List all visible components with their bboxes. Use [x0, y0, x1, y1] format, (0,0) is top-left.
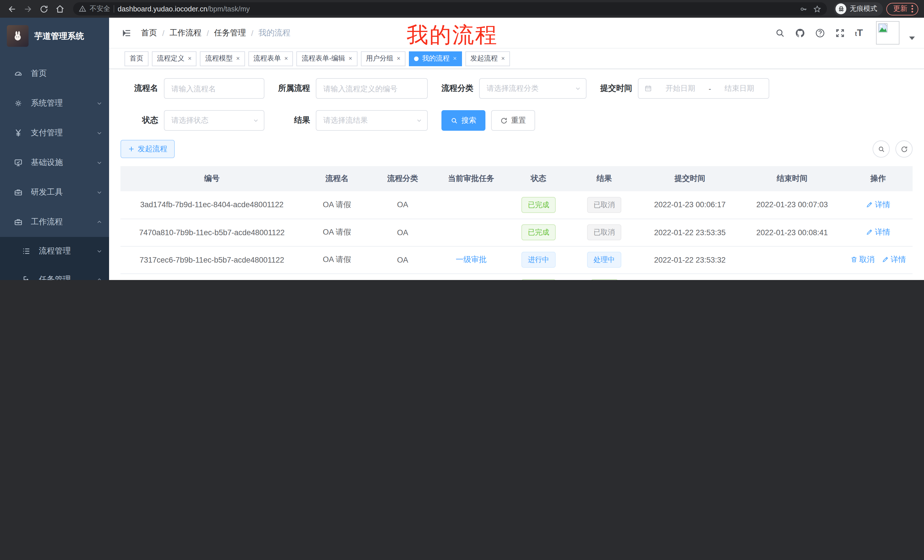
sidebar-item-payment[interactable]: 支付管理	[0, 118, 109, 148]
address-bar[interactable]: 不安全 dashboard.yudao.iocoder.cn /bpm/task…	[73, 2, 827, 15]
url-host: dashboard.yudao.iocoder.cn	[118, 5, 207, 13]
result-badge: 通过	[591, 279, 618, 280]
collapse-sidebar-icon[interactable]	[122, 28, 132, 38]
tab-close-icon[interactable]: ×	[284, 55, 288, 61]
breadcrumb-separator: /	[251, 28, 254, 37]
tab-close-icon[interactable]: ×	[236, 55, 240, 61]
category-select[interactable]: 请选择流程分类	[479, 78, 586, 99]
avatar-caret-icon[interactable]	[909, 36, 915, 40]
process-definition-input[interactable]	[316, 78, 428, 99]
tab-process-definition[interactable]: 流程定义×	[152, 51, 197, 66]
bookmark-star-icon[interactable]	[813, 5, 821, 13]
browser-menu-icon[interactable]	[911, 5, 913, 13]
help-icon[interactable]	[815, 28, 825, 38]
breadcrumb-separator: /	[162, 28, 165, 37]
show-search-button[interactable]	[873, 141, 890, 157]
tab-label: 我的流程	[422, 54, 449, 63]
status-badge: 已完成	[522, 197, 556, 213]
cancel-link[interactable]: 取消	[850, 255, 874, 265]
refresh-table-button[interactable]	[896, 141, 913, 157]
home-icon[interactable]	[54, 3, 66, 15]
tab-close-icon[interactable]: ×	[188, 55, 192, 61]
sidebar-item-system[interactable]: 系统管理	[0, 88, 109, 118]
detail-link[interactable]: 详情	[866, 227, 890, 238]
detail-link[interactable]: 详情	[882, 255, 906, 265]
back-icon[interactable]	[6, 3, 18, 15]
avatar[interactable]	[876, 21, 900, 45]
sidebar-item-workflow[interactable]: 工作流程	[0, 207, 109, 237]
fullscreen-icon[interactable]	[835, 28, 845, 38]
tab-home[interactable]: 首页	[124, 51, 148, 66]
sidebar-item-label: 支付管理	[31, 128, 88, 138]
search-button[interactable]: 搜索	[441, 110, 485, 131]
cell-submit-time: 2022-01-22 23:51:15	[639, 273, 741, 280]
cell-submit-time: 2022-01-23 00:06:17	[639, 191, 741, 219]
cell-category: OA	[370, 273, 435, 280]
end-date-placeholder: 结束日期	[716, 83, 763, 94]
forward-icon[interactable]	[22, 3, 34, 15]
sidebar-item-task-management[interactable]: 任务管理	[0, 265, 109, 280]
status-badge: 已完成	[522, 279, 556, 280]
current-task-link[interactable]: 一级审批	[456, 255, 486, 264]
search-icon[interactable]	[775, 28, 785, 38]
app-title: 芋道管理系统	[34, 30, 84, 41]
calendar-icon	[644, 84, 652, 93]
top-navbar: 首页 / 工作流程 / 任务管理 / 我的流程	[109, 18, 924, 48]
tab-process-form-edit[interactable]: 流程表单-编辑×	[297, 51, 357, 66]
tab-label: 发起流程	[470, 54, 498, 63]
process-name-label: 流程名	[120, 83, 158, 94]
table-toolbar: 发起流程	[120, 140, 913, 158]
tab-close-icon[interactable]: ×	[501, 55, 505, 61]
sidebar-item-infrastructure[interactable]: 基础设施	[0, 148, 109, 178]
detail-link[interactable]: 详情	[866, 199, 890, 210]
cell-process-name: OA 请假	[303, 273, 370, 280]
status-select[interactable]: 请选择状态	[164, 110, 264, 131]
active-tab-dot-icon	[414, 56, 418, 61]
reload-icon[interactable]	[38, 3, 50, 15]
omnibox-divider	[114, 5, 114, 13]
cell-submit-time: 2022-01-22 23:53:32	[639, 246, 741, 273]
github-icon[interactable]	[795, 28, 805, 38]
reset-button[interactable]: 重置	[491, 110, 535, 131]
tab-close-icon[interactable]: ×	[397, 55, 400, 61]
sidebar-item-home[interactable]: 首页	[0, 59, 109, 88]
tab-close-icon[interactable]: ×	[453, 55, 457, 61]
breadcrumb-task-management[interactable]: 任务管理	[214, 28, 246, 38]
toolbox-icon	[14, 188, 23, 197]
sidebar-item-process-management[interactable]: 流程管理	[0, 237, 109, 265]
app-logo[interactable]: 芋道管理系统	[0, 18, 109, 54]
result-select[interactable]: 请选择流结果	[316, 110, 428, 131]
sidebar-item-devtools[interactable]: 研发工具	[0, 178, 109, 207]
url-path: /bpm/task/my	[207, 5, 250, 13]
tab-start-process[interactable]: 发起流程×	[465, 51, 510, 66]
range-separator: -	[709, 84, 711, 93]
start-process-label: 发起流程	[138, 144, 167, 154]
breadcrumb-home[interactable]: 首页	[141, 28, 157, 38]
incognito-icon	[836, 3, 846, 14]
tab-user-group[interactable]: 用户分组×	[361, 51, 406, 66]
chevron-down-icon	[96, 100, 102, 106]
cell-id: 3ad174fb-7b9d-11ec-8404-acde48001122	[120, 191, 303, 219]
tabs-bar: 首页流程定义×流程模型×流程表单×流程表单-编辑×用户分组×我的流程×发起流程×	[109, 48, 924, 69]
start-process-button[interactable]: 发起流程	[120, 140, 175, 158]
password-key-icon[interactable]	[800, 5, 807, 13]
tab-process-model[interactable]: 流程模型×	[200, 51, 245, 66]
filter-row-2: 状态 请选择状态 结果 请选择流结果	[120, 110, 913, 131]
tab-my-process[interactable]: 我的流程×	[409, 51, 462, 66]
breadcrumb-workflow[interactable]: 工作流程	[170, 28, 202, 38]
process-name-input[interactable]	[164, 78, 264, 99]
update-button[interactable]: 更新	[886, 3, 918, 15]
category-label: 流程分类	[441, 83, 473, 94]
cell-actions: 详情	[843, 219, 913, 246]
cell-end-time: 2022-01-23 00:08:41	[741, 219, 843, 246]
tab-label: 流程定义	[157, 54, 184, 63]
font-size-icon[interactable]: tT	[855, 27, 863, 39]
tab-close-icon[interactable]: ×	[349, 55, 352, 61]
column-header: 结果	[569, 166, 639, 191]
submit-time-range-picker[interactable]: 开始日期 - 结束日期	[638, 78, 769, 99]
result-placeholder: 请选择流结果	[323, 115, 368, 126]
sidebar-item-label: 流程管理	[39, 246, 88, 256]
tab-label: 流程模型	[205, 54, 233, 63]
table-row: 7470a810-7b9b-11ec-b5b7-acde48001122OA 请…	[120, 219, 913, 246]
tab-process-form[interactable]: 流程表单×	[248, 51, 293, 66]
